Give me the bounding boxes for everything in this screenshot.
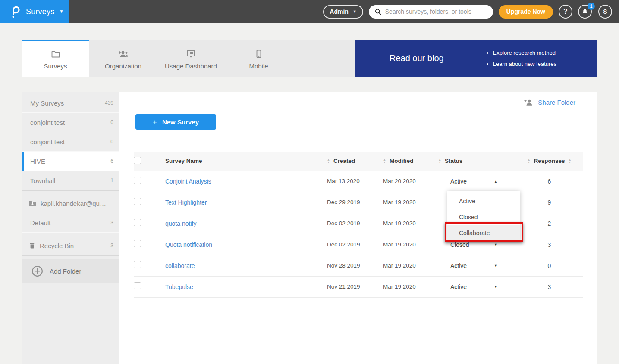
caret-icon: ▼	[494, 243, 498, 247]
top-navigation-bar: Surveys ▼ Admin ▼ Upgrade Now ? 1	[0, 0, 619, 23]
survey-name-link[interactable]: Text Highlighter	[165, 199, 207, 206]
table-header-row: Survey Name ▲▼ Created ▲▼ Modified	[134, 152, 583, 171]
folder-content: Share Folder + New Survey Survey Name	[119, 92, 597, 364]
status-option-closed[interactable]: Closed	[447, 209, 520, 225]
sidebar-divider	[22, 233, 119, 236]
sidebar-item-default[interactable]: Default 3	[22, 213, 119, 233]
responses-cell: 3	[516, 276, 583, 297]
trash-icon	[28, 242, 36, 249]
folder-count: 0	[110, 139, 113, 145]
row-checkbox[interactable]	[134, 177, 141, 184]
modified-cell: Mar 19 2020	[383, 276, 438, 297]
sort-icon: ▲▼	[528, 159, 531, 164]
product-name: Surveys	[26, 7, 54, 16]
share-folder-button[interactable]: Share Folder	[524, 98, 575, 106]
sidebar-item-my-surveys[interactable]: My Surveys 439	[22, 93, 119, 113]
folder-count: 439	[105, 100, 113, 106]
share-folder-label: Share Folder	[538, 99, 575, 106]
table-row: collaborate Nov 28 2019 Mar 19 2020 Acti…	[134, 255, 583, 276]
table-row: Conjoint Analysis Mar 13 2020 Mar 20 202…	[134, 171, 583, 192]
created-cell: Dec 02 2019	[327, 234, 383, 255]
tab-label: Mobile	[249, 62, 268, 70]
user-avatar[interactable]: S	[598, 5, 612, 19]
help-button[interactable]: ?	[559, 5, 572, 19]
created-cell: Nov 21 2019	[327, 276, 383, 297]
row-checkbox[interactable]	[134, 282, 141, 289]
column-header-responses[interactable]: ▲▼ Responses ▲▼	[516, 152, 583, 171]
survey-name-link[interactable]: Quota notification	[165, 241, 212, 248]
modified-cell: Mar 19 2020	[383, 192, 438, 213]
chevron-down-icon: ▼	[353, 10, 357, 14]
sidebar-item-recycle-bin[interactable]: Recycle Bin 3	[22, 236, 119, 255]
banner-bullet: Learn about new features	[493, 59, 556, 70]
tab-label: Usage Dashboard	[165, 62, 217, 70]
sidebar-item-hive[interactable]: HIVE 6	[22, 152, 119, 171]
survey-name-link[interactable]: Tubepulse	[165, 283, 193, 290]
created-cell: Nov 28 2019	[327, 255, 383, 276]
search-input[interactable]	[385, 8, 487, 15]
status-dropdown-toggle[interactable]: Active ▼	[438, 283, 516, 290]
add-folder-button[interactable]: Add Folder	[22, 259, 119, 283]
tab-label: Surveys	[44, 62, 67, 70]
banner-title[interactable]: Read our blog	[390, 53, 444, 63]
selected-indicator	[22, 152, 24, 171]
folder-count: 3	[110, 243, 113, 249]
tab-label: Organization	[105, 62, 141, 70]
mobile-icon	[254, 49, 264, 59]
bell-icon	[581, 8, 588, 16]
admin-dropdown[interactable]: Admin ▼	[323, 5, 363, 19]
sidebar-item-townhall[interactable]: Townhall 1	[22, 171, 119, 190]
column-header-created[interactable]: ▲▼ Created	[327, 152, 383, 171]
sidebar-item-shared-account[interactable]: kapil.khandekar@que…	[22, 194, 119, 213]
status-option-collaborate[interactable]: Collaborate	[447, 225, 520, 241]
tab-mobile[interactable]: Mobile	[225, 40, 292, 77]
caret-icon: ▼	[494, 264, 498, 268]
tab-surveys[interactable]: Surveys	[22, 40, 89, 77]
survey-name-link[interactable]: Conjoint Analysis	[165, 178, 211, 185]
dashboard-icon	[185, 49, 197, 59]
survey-name-link[interactable]: collaborate	[165, 262, 195, 269]
modified-cell: Mar 20 2020	[383, 171, 438, 192]
sidebar-filler	[22, 283, 119, 364]
person-add-icon	[524, 98, 534, 106]
notifications-button[interactable]: 1	[578, 4, 593, 19]
created-cell: Dec 02 2019	[327, 213, 383, 234]
column-header-survey-name[interactable]: Survey Name	[165, 152, 327, 171]
sidebar-divider	[22, 255, 119, 259]
tab-usage-dashboard[interactable]: Usage Dashboard	[157, 40, 225, 77]
row-checkbox[interactable]	[134, 240, 141, 247]
responses-cell: 2	[516, 213, 583, 234]
created-cell: Mar 13 2020	[327, 171, 383, 192]
questionpro-logo-icon	[10, 5, 21, 19]
global-search[interactable]	[369, 5, 493, 19]
row-checkbox[interactable]	[134, 198, 141, 205]
sort-icon: ▲▼	[327, 159, 330, 164]
column-header-status[interactable]: ▲▼ Status	[438, 152, 516, 171]
responses-cell: 6	[516, 171, 583, 192]
column-header-modified[interactable]: ▲▼ Modified	[383, 152, 438, 171]
modified-cell: Mar 19 2020	[383, 213, 438, 234]
module-tabs: Surveys Organization Usage Dashboard Mob…	[22, 40, 597, 77]
status-dropdown-toggle[interactable]: Active ▲	[438, 178, 516, 185]
row-checkbox[interactable]	[134, 219, 141, 226]
banner-bullet: Explore research method	[493, 47, 556, 59]
status-option-active[interactable]: Active	[447, 193, 520, 209]
folder-count: 3	[110, 220, 113, 226]
survey-name-link[interactable]: quota notify	[165, 220, 196, 227]
tab-organization[interactable]: Organization	[89, 40, 157, 77]
modified-cell: Mar 19 2020	[383, 255, 438, 276]
select-all-checkbox[interactable]	[134, 157, 141, 164]
folder-count: 6	[110, 158, 113, 164]
row-checkbox[interactable]	[134, 261, 141, 268]
status-dropdown-toggle[interactable]: Closed ▼	[438, 241, 516, 248]
status-dropdown-toggle[interactable]: Active ▼	[438, 262, 516, 269]
product-switcher[interactable]: Surveys ▼	[0, 0, 69, 23]
blog-banner[interactable]: Read our blog Explore research method Le…	[355, 40, 597, 77]
new-survey-button[interactable]: + New Survey	[135, 114, 216, 130]
shared-folder-icon	[28, 200, 37, 207]
folder-icon	[50, 49, 61, 59]
upgrade-now-button[interactable]: Upgrade Now	[499, 5, 553, 19]
sidebar-item-conjoint-test-2[interactable]: conjoint test 0	[22, 132, 119, 152]
avatar-initial: S	[603, 8, 607, 15]
sidebar-item-conjoint-test-1[interactable]: conjoint test 0	[22, 113, 119, 132]
